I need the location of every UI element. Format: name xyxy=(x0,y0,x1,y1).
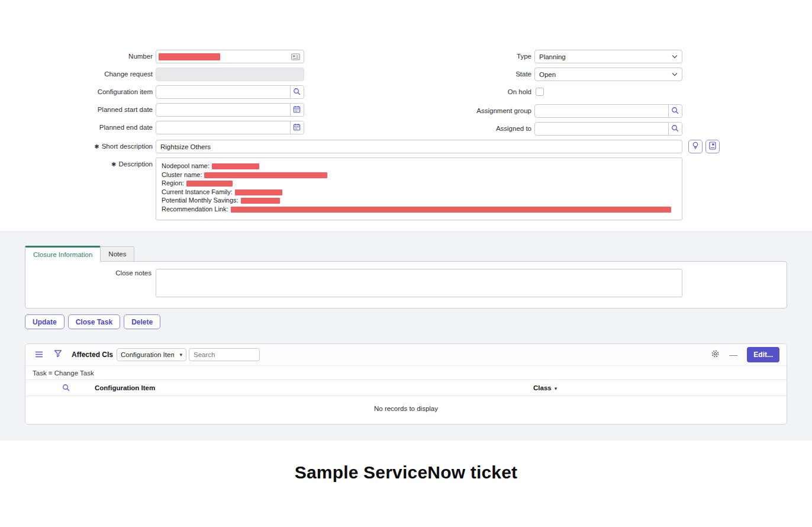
column-header-configuration-item[interactable]: Configuration Item xyxy=(95,384,155,391)
configuration-item-search-button[interactable] xyxy=(290,86,304,98)
assigned-to-search-button[interactable] xyxy=(668,123,682,135)
knowledge-button[interactable] xyxy=(705,140,720,153)
toolbar-right-group: — Edit... xyxy=(711,347,779,362)
close-task-button[interactable]: Close Task xyxy=(68,314,120,329)
assigned-to-label: Assigned to xyxy=(397,122,531,136)
affected-cis-title: Affected CIs xyxy=(72,351,113,359)
close-notes-textarea[interactable] xyxy=(156,269,682,297)
description-line: Region: xyxy=(162,179,676,188)
state-select[interactable]: Open xyxy=(534,68,682,81)
redaction-bar xyxy=(204,172,327,178)
suggestion-button[interactable] xyxy=(688,140,703,153)
planned-end-date-field[interactable] xyxy=(156,121,304,134)
assignment-group-label: Assignment group xyxy=(397,104,531,118)
number-field[interactable] xyxy=(156,50,304,63)
figure-caption: Sample ServiceNow ticket xyxy=(0,462,812,483)
search-icon xyxy=(671,107,679,115)
change-request-label: Change request xyxy=(18,68,153,81)
redaction-bar xyxy=(231,207,671,213)
section-tabs: Closure Information Notes xyxy=(25,246,134,262)
description-line: Nodepool name: xyxy=(162,162,676,171)
update-button[interactable]: Update xyxy=(25,314,65,329)
type-select-value: Planning xyxy=(539,53,566,60)
planned-start-date-input[interactable] xyxy=(156,104,290,116)
redaction-bar xyxy=(186,181,233,187)
record-preview-icon[interactable] xyxy=(291,53,300,62)
search-icon xyxy=(293,88,301,97)
tab-closure-information[interactable]: Closure Information xyxy=(25,246,101,262)
required-icon: ✱ xyxy=(94,143,99,150)
configuration-item-label: Configuration item xyxy=(18,85,153,99)
configuration-item-field[interactable] xyxy=(156,85,304,99)
search-column-select[interactable]: Configuration Item ( ▾ xyxy=(117,348,186,361)
change-request-field xyxy=(156,68,304,81)
on-hold-checkbox[interactable] xyxy=(536,88,544,96)
planned-end-date-input[interactable] xyxy=(156,121,290,134)
configuration-item-input[interactable] xyxy=(156,86,290,98)
list-breadcrumb[interactable]: Task = Change Task xyxy=(25,365,787,380)
chevron-down-icon xyxy=(672,53,678,60)
description-label: ✱Description xyxy=(18,158,153,171)
redaction-bar xyxy=(212,163,259,169)
type-select[interactable]: Planning xyxy=(534,50,682,63)
form-action-buttons: Update Close Task Delete xyxy=(25,314,160,329)
column-search-icon[interactable] xyxy=(62,384,70,393)
planned-start-date-calendar-button[interactable] xyxy=(290,104,304,116)
servicenow-ticket-page: Number Change request Configuration item… xyxy=(0,0,812,527)
description-textarea[interactable]: Nodepool name: Cluster name: Region: Cur… xyxy=(156,158,682,220)
redaction-bar xyxy=(241,198,280,204)
assignment-group-input[interactable] xyxy=(535,105,668,117)
on-hold-label: On hold xyxy=(397,85,531,99)
short-description-label: ✱Short description xyxy=(18,140,153,153)
description-line: Recommendation Link: xyxy=(162,205,676,214)
calendar-icon xyxy=(293,105,301,114)
sort-arrow-icon: ▾ xyxy=(555,385,558,391)
assignment-group-field[interactable] xyxy=(534,104,682,118)
tab-notes[interactable]: Notes xyxy=(101,246,134,262)
chevron-down-icon xyxy=(672,71,678,78)
short-description-field[interactable] xyxy=(156,140,682,153)
assigned-to-field[interactable] xyxy=(534,122,682,136)
column-header-class[interactable]: Class▾ xyxy=(533,384,557,391)
knowledge-book-icon xyxy=(709,142,716,152)
planned-start-date-field[interactable] xyxy=(156,103,304,117)
number-redaction-bar xyxy=(159,53,220,60)
redaction-bar xyxy=(235,189,282,195)
number-label: Number xyxy=(18,50,153,63)
description-line: Current Instance Family: xyxy=(162,188,676,197)
planned-start-date-label: Planned start date xyxy=(18,103,153,117)
type-label: Type xyxy=(397,50,531,63)
chevron-down-icon: ▾ xyxy=(179,352,182,358)
close-notes-label: Close notes xyxy=(18,269,152,277)
list-search-input[interactable] xyxy=(189,348,260,361)
edit-button[interactable]: Edit... xyxy=(747,347,779,362)
planned-end-date-label: Planned end date xyxy=(18,121,153,134)
short-description-input[interactable] xyxy=(156,140,682,153)
search-icon xyxy=(671,124,679,133)
gear-icon[interactable] xyxy=(711,349,720,361)
affected-cis-toolbar: Affected CIs Configuration Item ( ▾ — Ed… xyxy=(25,344,787,365)
calendar-icon xyxy=(293,123,301,132)
list-menu-icon[interactable] xyxy=(35,349,43,360)
assignment-group-search-button[interactable] xyxy=(668,105,682,117)
collapse-icon[interactable]: — xyxy=(729,351,737,359)
state-select-value: Open xyxy=(539,71,556,78)
required-icon: ✱ xyxy=(111,161,116,168)
description-line: Potential Monthly Savings: xyxy=(162,196,676,205)
empty-list-message: No records to display xyxy=(25,396,787,412)
assigned-to-input[interactable] xyxy=(535,123,668,135)
lightbulb-icon xyxy=(692,142,699,152)
search-column-value: Configuration Item ( xyxy=(121,351,174,358)
affected-cis-card: Affected CIs Configuration Item ( ▾ — Ed… xyxy=(25,343,787,425)
planned-end-date-calendar-button[interactable] xyxy=(290,121,304,134)
delete-button[interactable]: Delete xyxy=(124,314,160,329)
filter-icon[interactable] xyxy=(54,349,62,360)
state-label: State xyxy=(397,68,531,81)
description-line: Cluster name: xyxy=(162,171,676,179)
list-header-row: Configuration Item Class▾ xyxy=(25,380,787,396)
